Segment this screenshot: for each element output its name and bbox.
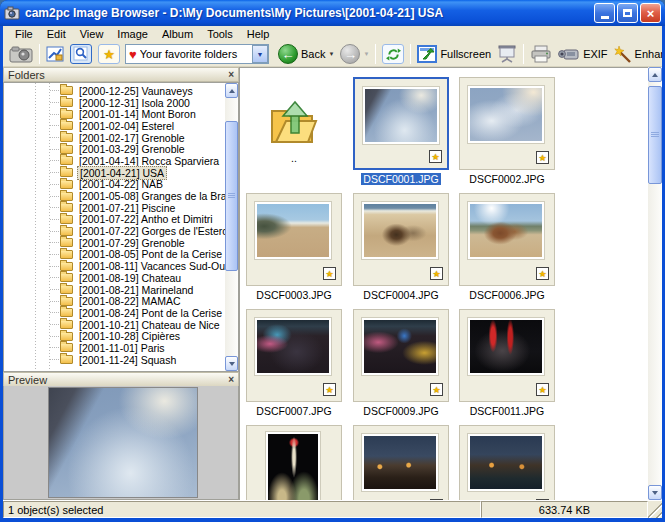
- thumbnail-card[interactable]: ★: [246, 193, 342, 286]
- tree-item[interactable]: [2001-11-01] Paris: [4, 342, 225, 354]
- tree-item[interactable]: [2001-05-08] Granges de la Brasque: [4, 190, 225, 202]
- magic-wand-icon: [614, 46, 632, 63]
- close-button[interactable]: ×: [640, 3, 661, 23]
- tree-item-label: [2001-11-01] Paris: [77, 342, 167, 354]
- combo-dropdown-icon[interactable]: ▼: [252, 45, 268, 63]
- thumbnail-card[interactable]: ★: [459, 309, 555, 402]
- preview-close-icon[interactable]: ×: [228, 374, 234, 385]
- print-button[interactable]: [527, 42, 555, 66]
- slideshow-button[interactable]: [494, 42, 520, 66]
- fullscreen-button[interactable]: Fullscreen: [414, 42, 494, 66]
- tree-scrollbar-thumb[interactable]: [225, 121, 238, 271]
- thumbnail-card[interactable]: ★: [353, 425, 449, 500]
- up-folder-cell[interactable]: ..: [246, 77, 342, 164]
- exif-button[interactable]: EXIF: [555, 42, 610, 66]
- menu-image[interactable]: Image: [110, 27, 155, 41]
- resize-grip[interactable]: [648, 501, 662, 518]
- favorites-button[interactable]: ★: [95, 42, 123, 66]
- thumbnail-card[interactable]: ★: [459, 425, 555, 500]
- tree-item[interactable]: [2001-08-21] Marineland: [4, 284, 225, 296]
- tree-item[interactable]: [2001-08-24] Pont de la Cerise: [4, 307, 225, 319]
- batch-process-button[interactable]: [43, 42, 67, 66]
- tree-item[interactable]: [2001-07-22] Antho et Dimitri: [4, 214, 225, 226]
- minimize-button[interactable]: [594, 3, 615, 23]
- thumbnail-card[interactable]: [246, 425, 342, 500]
- tree-item[interactable]: [2001-10-28] Cipières: [4, 330, 225, 342]
- tree-item-label: [2001-08-05] Pont de la Cerise: [77, 248, 224, 260]
- menu-album[interactable]: Album: [155, 27, 200, 41]
- tree-item[interactable]: [2000-12-25] Vaunaveys: [4, 85, 225, 97]
- folders-close-icon[interactable]: ×: [228, 69, 234, 80]
- favorites-combo[interactable]: ♥ Your favorite folders ▼: [125, 44, 269, 64]
- folder-icon: [60, 203, 73, 212]
- camera-icon: [9, 46, 33, 63]
- thumbnail-cell[interactable]: [246, 425, 342, 500]
- thumbnail-card[interactable]: ★: [353, 77, 449, 170]
- tree-item[interactable]: [2001-07-21] Piscine: [4, 202, 225, 214]
- thumbnail-cell[interactable]: ★DSCF0006.JPG: [459, 193, 555, 301]
- app-icon: [4, 5, 20, 21]
- forward-button[interactable]: → ▼: [337, 42, 372, 66]
- thumbnail-card[interactable]: ★: [459, 193, 555, 286]
- tree-item[interactable]: [2000-12-31] Isola 2000: [4, 97, 225, 109]
- maximize-button[interactable]: [617, 3, 638, 23]
- tree-item[interactable]: [2001-08-11] Vacances Sud-Ouest: [4, 260, 225, 272]
- thumbnail-card[interactable]: ★: [246, 309, 342, 402]
- window-controls: ×: [594, 3, 661, 23]
- thumbnail-card[interactable]: ★: [353, 193, 449, 286]
- scroll-down-icon[interactable]: [648, 485, 662, 500]
- magnifier-icon: [73, 46, 89, 62]
- thumbnail-cell[interactable]: ★DSCF0003.JPG: [246, 193, 342, 301]
- thumbnail-image: [362, 318, 438, 375]
- thumbnail-cell[interactable]: ★DSCF0007.JPG: [246, 309, 342, 417]
- tree-item[interactable]: [2001-02-04] Esterel: [4, 120, 225, 132]
- tree-item[interactable]: [2001-08-05] Pont de la Cerise: [4, 249, 225, 261]
- thumbnail-image: [266, 432, 320, 500]
- forward-icon: →: [340, 44, 360, 64]
- menu-tools[interactable]: Tools: [200, 27, 240, 41]
- tree-item[interactable]: [2001-01-14] Mont Boron: [4, 108, 225, 120]
- thumbnail-cell[interactable]: ★: [459, 425, 555, 500]
- tree-item[interactable]: [2001-07-29] Grenoble: [4, 237, 225, 249]
- scroll-down-icon[interactable]: [225, 356, 238, 371]
- tree-item[interactable]: [2001-07-22] Gorges de l'Esteron: [4, 225, 225, 237]
- tree-item[interactable]: [2001-02-17] Grenoble: [4, 132, 225, 144]
- thumbnail-cell[interactable]: ★: [353, 425, 449, 500]
- folder-icon: [60, 343, 73, 352]
- thumbnail-image: [363, 87, 439, 144]
- tree-item[interactable]: [2001-04-22] NAB: [4, 179, 225, 191]
- thumbnail-card[interactable]: ★: [353, 309, 449, 402]
- tree-item[interactable]: [2001-08-22] MAMAC: [4, 295, 225, 307]
- menu-help[interactable]: Help: [240, 27, 277, 41]
- tree-scrollbar[interactable]: [225, 83, 238, 371]
- menu-edit[interactable]: Edit: [40, 27, 73, 41]
- tree-item[interactable]: [2001-03-29] Grenoble: [4, 143, 225, 155]
- thumbnail-cell[interactable]: ★DSCF0004.JPG: [353, 193, 449, 301]
- back-dropdown-icon[interactable]: ▼: [328, 51, 334, 57]
- refresh-button[interactable]: [379, 42, 407, 66]
- menu-file[interactable]: File: [8, 27, 40, 41]
- enhance-label: Enhance: [635, 48, 662, 60]
- thumbnail-cell[interactable]: ★DSCF0011.JPG: [459, 309, 555, 417]
- content-scrollbar-thumb[interactable]: [648, 86, 662, 184]
- enhance-button[interactable]: Enhance: [611, 42, 662, 66]
- tree-item-label: [2001-03-29] Grenoble: [77, 143, 187, 155]
- tree-item[interactable]: [2001-10-21] Chateau de Nice: [4, 319, 225, 331]
- back-icon: ←: [278, 44, 298, 64]
- back-button[interactable]: ← Back ▼: [275, 42, 337, 66]
- tree-item[interactable]: [2001-08-19] Chateau: [4, 272, 225, 284]
- projector-screen-icon: [497, 45, 517, 63]
- tree-item[interactable]: [2001-04-21] USA: [4, 167, 225, 179]
- folder-icon: [60, 227, 73, 236]
- thumbnail-cell[interactable]: ★DSCF0001.JPG: [353, 77, 449, 185]
- tree-item[interactable]: [2001-11-24] Squash: [4, 354, 225, 366]
- thumbnail-cell[interactable]: ★DSCF0009.JPG: [353, 309, 449, 417]
- scroll-up-icon[interactable]: [225, 83, 238, 98]
- thumbnail-card[interactable]: ★: [459, 77, 555, 170]
- thumbnail-cell[interactable]: ★DSCF0002.JPG: [459, 77, 555, 185]
- camera-download-button[interactable]: [6, 42, 36, 66]
- menu-view[interactable]: View: [73, 27, 111, 41]
- scroll-up-icon[interactable]: [648, 67, 662, 82]
- content-scrollbar[interactable]: [648, 67, 662, 500]
- browse-mode-button[interactable]: [67, 42, 95, 66]
